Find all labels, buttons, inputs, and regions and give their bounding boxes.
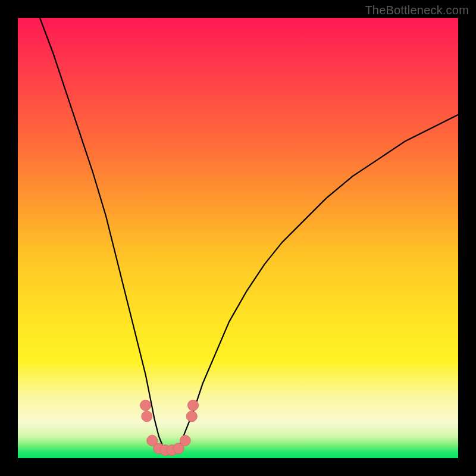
curve-markers bbox=[140, 400, 199, 455]
curve-marker bbox=[142, 411, 152, 422]
chart-frame: TheBottleneck.com bbox=[0, 0, 476, 476]
watermark-text: TheBottleneck.com bbox=[365, 4, 469, 17]
curve-path bbox=[40, 18, 458, 450]
curve-marker bbox=[186, 411, 197, 422]
curve-marker bbox=[180, 435, 190, 446]
curve-marker bbox=[140, 400, 151, 411]
plot-area bbox=[18, 18, 458, 458]
curve-marker bbox=[188, 400, 199, 411]
bottleneck-curve bbox=[18, 18, 458, 458]
